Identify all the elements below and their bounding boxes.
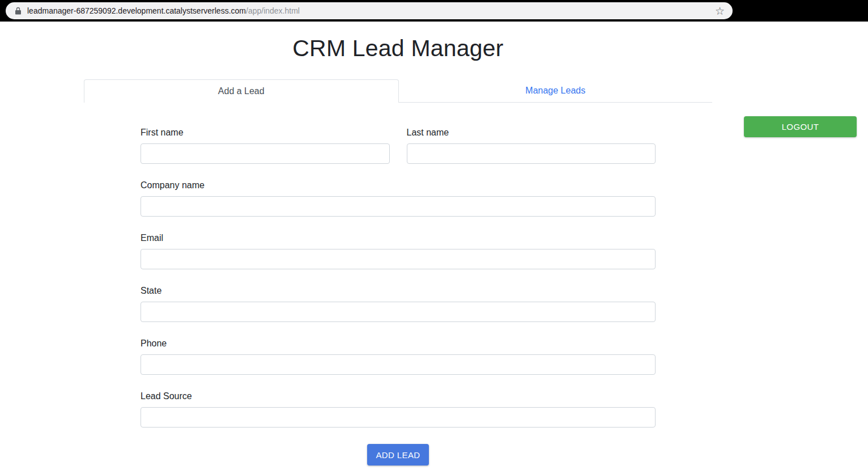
logout-button[interactable]: LOGOUT [744, 116, 857, 137]
add-lead-button[interactable]: ADD LEAD [367, 444, 428, 465]
email-field-group: Email [141, 233, 656, 269]
company-name-field-group: Company name [141, 180, 656, 217]
last-name-label: Last name [407, 128, 656, 138]
browser-top-bar: leadmanager-687259092.development.cataly… [0, 0, 868, 22]
state-label: State [141, 286, 656, 296]
add-lead-form: First name Last name Company name Email … [141, 128, 656, 465]
email-input[interactable] [141, 249, 656, 269]
company-name-label: Company name [141, 180, 656, 191]
company-name-input[interactable] [141, 196, 656, 217]
last-name-input[interactable] [407, 143, 656, 164]
phone-field-group: Phone [141, 338, 656, 375]
state-input[interactable] [141, 302, 656, 322]
lead-source-label: Lead Source [141, 391, 656, 401]
lock-icon[interactable] [15, 7, 22, 15]
tab-add-a-lead[interactable]: Add a Lead [84, 79, 399, 103]
email-label: Email [141, 233, 656, 243]
bookmark-star-icon[interactable]: ☆ [715, 6, 725, 16]
tab-bar: Add a Lead Manage Leads [84, 79, 712, 103]
tab-manage-leads[interactable]: Manage Leads [399, 79, 713, 103]
page: CRM Lead Manager Add a Lead Manage Leads… [0, 35, 868, 474]
phone-input[interactable] [141, 354, 656, 375]
submit-row: ADD LEAD [141, 444, 656, 465]
first-name-field-group: First name [141, 128, 390, 164]
url-domain: leadmanager-687259092.development.cataly… [27, 6, 246, 15]
url-text: leadmanager-687259092.development.cataly… [27, 6, 300, 15]
url-path: /app/index.html [246, 6, 300, 15]
page-title: CRM Lead Manager [84, 35, 712, 62]
first-name-input[interactable] [141, 143, 390, 164]
state-field-group: State [141, 286, 656, 322]
phone-label: Phone [141, 338, 656, 349]
name-row: First name Last name [141, 128, 656, 164]
last-name-field-group: Last name [407, 128, 656, 164]
lead-source-input[interactable] [141, 407, 656, 428]
first-name-label: First name [141, 128, 390, 138]
address-bar[interactable]: leadmanager-687259092.development.cataly… [6, 2, 733, 19]
lead-source-field-group: Lead Source [141, 391, 656, 428]
